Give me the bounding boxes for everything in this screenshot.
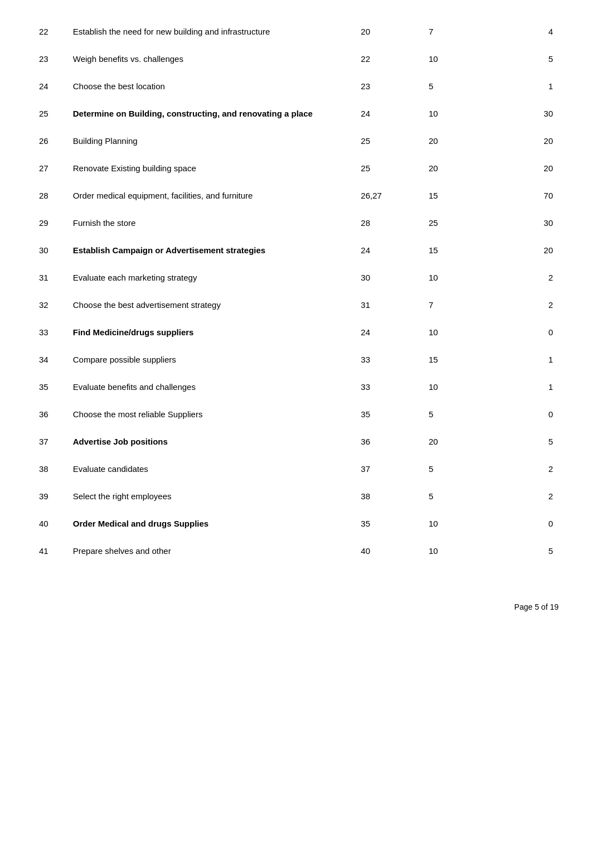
row-col4: 10 (423, 514, 491, 533)
row-col5: 0 (491, 323, 559, 341)
row-col5: 20 (491, 159, 559, 177)
table-row: 35Evaluate benefits and challenges33101 (33, 378, 559, 396)
spacer-row (33, 287, 559, 296)
row-description: Furnish the store (67, 214, 356, 232)
spacer-row (33, 369, 559, 378)
row-col3: 35 (355, 514, 423, 533)
row-number: 26 (33, 132, 67, 150)
spacer-row (33, 259, 559, 268)
row-description: Order medical equipment, facilities, and… (67, 186, 356, 205)
row-col5: 1 (491, 350, 559, 369)
row-col4: 10 (423, 323, 491, 341)
spacer-row (33, 205, 559, 214)
row-description: Choose the most reliable Suppliers (67, 405, 356, 423)
table-row: 22Establish the need for new building an… (33, 22, 559, 41)
spacer-row (33, 505, 559, 514)
row-col5: 0 (491, 514, 559, 533)
row-number: 22 (33, 22, 67, 41)
table-row: 30Establish Campaign or Advertisement st… (33, 241, 559, 259)
row-col3: 25 (355, 132, 423, 150)
row-number: 36 (33, 405, 67, 423)
row-col4: 20 (423, 159, 491, 177)
spacer-row (33, 95, 559, 104)
row-col3: 33 (355, 350, 423, 369)
row-col5: 20 (491, 241, 559, 259)
row-number: 35 (33, 378, 67, 396)
row-col3: 20 (355, 22, 423, 41)
table-row: 36Choose the most reliable Suppliers3550 (33, 405, 559, 423)
row-description: Establish Campaign or Advertisement stra… (67, 241, 356, 259)
spacer-row (33, 150, 559, 159)
row-description: Weigh benefits vs. challenges (67, 50, 356, 68)
row-col4: 25 (423, 214, 491, 232)
row-col4: 5 (423, 77, 491, 95)
row-number: 25 (33, 104, 67, 123)
table-row: 29Furnish the store282530 (33, 214, 559, 232)
row-col3: 36 (355, 432, 423, 451)
row-col3: 28 (355, 214, 423, 232)
table-row: 39Select the right employees3852 (33, 487, 559, 505)
row-col4: 5 (423, 487, 491, 505)
row-col3: 24 (355, 241, 423, 259)
row-col5: 4 (491, 22, 559, 41)
row-description: Evaluate candidates (67, 460, 356, 478)
row-description: Choose the best advertisement strategy (67, 296, 356, 314)
row-description: Advertise Job positions (67, 432, 356, 451)
row-number: 32 (33, 296, 67, 314)
row-col4: 10 (423, 378, 491, 396)
row-number: 34 (33, 350, 67, 369)
row-description: Renovate Existing building space (67, 159, 356, 177)
main-table: 22Establish the need for new building an… (33, 22, 559, 569)
row-col5: 5 (491, 542, 559, 560)
row-col4: 7 (423, 296, 491, 314)
row-col3: 38 (355, 487, 423, 505)
row-col5: 30 (491, 104, 559, 123)
spacer-row (33, 232, 559, 241)
row-col3: 26,27 (355, 186, 423, 205)
table-row: 25Determine on Building, constructing, a… (33, 104, 559, 123)
row-col5: 2 (491, 487, 559, 505)
table-row: 26Building Planning252020 (33, 132, 559, 150)
page-footer: Page 5 of 19 (33, 602, 559, 611)
row-col3: 40 (355, 542, 423, 560)
row-col4: 5 (423, 405, 491, 423)
row-col4: 20 (423, 132, 491, 150)
row-number: 23 (33, 50, 67, 68)
row-col4: 10 (423, 50, 491, 68)
row-number: 27 (33, 159, 67, 177)
row-col3: 33 (355, 378, 423, 396)
row-col5: 0 (491, 405, 559, 423)
row-col5: 20 (491, 132, 559, 150)
row-col4: 20 (423, 432, 491, 451)
row-col5: 5 (491, 50, 559, 68)
spacer-row (33, 533, 559, 542)
table-row: 23Weigh benefits vs. challenges22105 (33, 50, 559, 68)
row-col4: 10 (423, 268, 491, 287)
table-row: 24Choose the best location2351 (33, 77, 559, 95)
table-row: 31Evaluate each marketing strategy30102 (33, 268, 559, 287)
row-col3: 31 (355, 296, 423, 314)
table-row: 34Compare possible suppliers33151 (33, 350, 559, 369)
spacer-row (33, 177, 559, 186)
row-col5: 2 (491, 296, 559, 314)
row-col4: 15 (423, 186, 491, 205)
row-col5: 30 (491, 214, 559, 232)
row-col3: 24 (355, 323, 423, 341)
row-number: 30 (33, 241, 67, 259)
row-number: 38 (33, 460, 67, 478)
spacer-row (33, 451, 559, 460)
row-col5: 1 (491, 77, 559, 95)
row-description: Establish the need for new building and … (67, 22, 356, 41)
row-description: Find Medicine/drugs suppliers (67, 323, 356, 341)
row-description: Compare possible suppliers (67, 350, 356, 369)
spacer-row (33, 560, 559, 569)
page-number: Page 5 of 19 (515, 602, 559, 611)
row-col4: 7 (423, 22, 491, 41)
row-col4: 10 (423, 104, 491, 123)
row-description: Order Medical and drugs Supplies (67, 514, 356, 533)
row-col4: 10 (423, 542, 491, 560)
row-number: 29 (33, 214, 67, 232)
table-row: 40Order Medical and drugs Supplies35100 (33, 514, 559, 533)
row-col4: 5 (423, 460, 491, 478)
row-description: Choose the best location (67, 77, 356, 95)
